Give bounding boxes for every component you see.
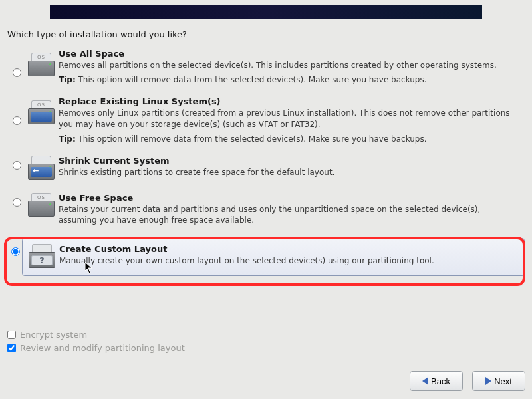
- back-button[interactable]: Back: [410, 371, 463, 391]
- install-type-options: OS Use All Space Removes all partitions …: [7, 45, 525, 276]
- option-title: Use Free Space: [59, 193, 519, 203]
- option-desc: Shrinks existing partitions to create fr…: [59, 167, 519, 178]
- encrypt-checkbox[interactable]: [7, 331, 16, 339]
- option-shrink-current[interactable]: Shrink Current System Shrinks existing p…: [7, 152, 525, 190]
- option-custom-layout[interactable]: ? Create Custom Layout Manually create y…: [22, 238, 525, 276]
- option-title: Create Custom Layout: [59, 244, 518, 254]
- radio-use-all-space[interactable]: [13, 68, 21, 77]
- radio-shrink-current[interactable]: [13, 161, 21, 170]
- review-layout-row[interactable]: Review and modify partitioning layout: [7, 343, 185, 353]
- option-use-all-space[interactable]: OS Use All Space Removes all partitions …: [7, 45, 525, 93]
- radio-replace-linux[interactable]: [13, 116, 21, 125]
- encrypt-system-row[interactable]: Encrypt system: [7, 330, 185, 340]
- button-bar: Back Next: [410, 371, 525, 391]
- banner: [50, 5, 482, 19]
- option-title: Use All Space: [59, 49, 519, 59]
- lower-checkboxes: Encrypt system Review and modify partiti…: [7, 330, 185, 356]
- option-desc: Retains your current data and partitions…: [59, 204, 519, 225]
- page-heading: Which type of installation would you lik…: [7, 29, 187, 39]
- radio-use-free-space[interactable]: [13, 198, 21, 207]
- option-tip: Tip: This option will remove data from t…: [59, 134, 519, 144]
- option-desc: Removes all partitions on the selected d…: [59, 60, 519, 70]
- arrow-right-icon: [485, 377, 491, 385]
- option-use-free-space[interactable]: OS Use Free Space Retains your current d…: [7, 190, 525, 237]
- option-desc: Removes only Linux partitions (created f…: [59, 108, 519, 129]
- encrypt-label: Encrypt system: [20, 330, 87, 340]
- next-button-label: Next: [494, 376, 512, 386]
- option-desc: Manually create your own custom layout o…: [59, 255, 518, 266]
- drive-icon: OS: [24, 49, 59, 76]
- review-label: Review and modify partitioning layout: [20, 343, 185, 353]
- option-replace-linux[interactable]: OS Replace Existing Linux System(s) Remo…: [7, 93, 525, 152]
- drive-icon: [24, 156, 59, 180]
- back-button-label: Back: [431, 376, 450, 386]
- question-icon: ?: [25, 244, 59, 268]
- option-title: Shrink Current System: [59, 156, 519, 166]
- next-button[interactable]: Next: [472, 371, 525, 391]
- option-title: Replace Existing Linux System(s): [59, 96, 519, 106]
- arrow-left-icon: [422, 377, 428, 385]
- radio-custom-layout[interactable]: [11, 247, 20, 256]
- option-tip: Tip: This option will remove data from t…: [59, 74, 519, 85]
- drive-icon: OS: [24, 193, 59, 217]
- drive-icon: OS: [24, 96, 59, 124]
- review-checkbox[interactable]: [7, 344, 16, 352]
